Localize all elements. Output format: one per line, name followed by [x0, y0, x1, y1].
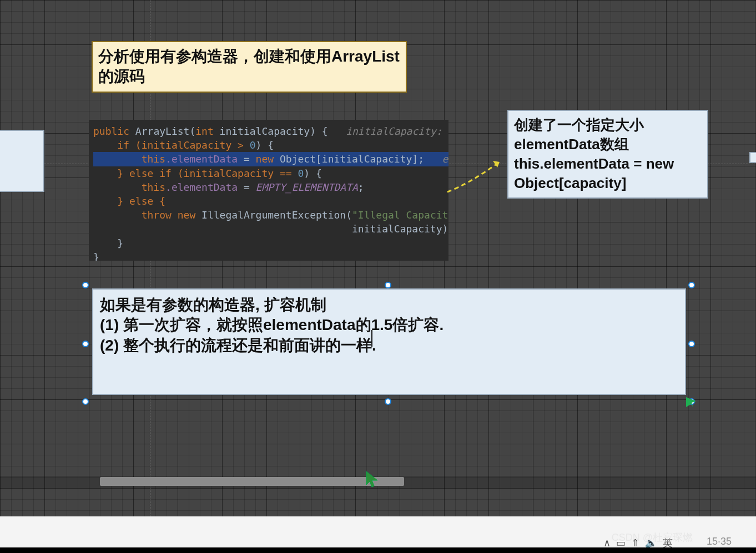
selection-handle-e[interactable] — [688, 341, 695, 347]
selection-handle-n[interactable] — [385, 282, 391, 288]
hl-obj: Object[initialCapacity]; — [274, 153, 442, 165]
code-class: ArrayList( — [129, 125, 195, 137]
notes-line2: (1) 第一次扩容，就按照elementData的1.5倍扩容. — [100, 315, 678, 335]
callout-note[interactable]: 创建了一个指定大小elementData数组 this.elementData … — [507, 110, 708, 199]
selection-handle-nw[interactable] — [82, 282, 89, 288]
code-else: } else { — [93, 195, 165, 207]
bottom-letterbox — [0, 547, 756, 553]
code-close1: } — [93, 237, 123, 249]
code-comment: initialCapacity: 8 — [346, 125, 448, 137]
code-elseif-end: ) { — [304, 168, 322, 179]
code-zero2: 0 — [298, 168, 304, 179]
text-caret — [371, 330, 372, 347]
hl-new: new — [256, 153, 274, 165]
watermark-text: CSDN @杜寂琛燃 — [612, 531, 693, 544]
code-assign2: = — [238, 181, 256, 193]
hl-this: this — [93, 153, 165, 165]
code-const: EMPTY_ELEMENTDATA — [256, 181, 358, 193]
hl-comment: elementDat — [442, 153, 448, 165]
selection-handle-sw[interactable] — [82, 398, 89, 405]
title-note[interactable]: 分析使用有参构造器，创建和使用ArrayList 的源码 — [92, 41, 407, 93]
code-elseif: } else if (initialCapacity == — [93, 168, 298, 179]
code-close2: } — [93, 251, 99, 261]
code-brace: ) { — [256, 139, 274, 151]
notes-line1: 如果是有参数的构造器, 扩容机制 — [100, 295, 678, 315]
code-this2: this — [93, 181, 165, 193]
selection-handle-ne[interactable] — [688, 282, 695, 288]
code-throw-arg: initialCapacity); — [93, 223, 448, 235]
code-if: if (initialCapacity > — [93, 139, 250, 151]
notes-box[interactable]: 如果是有参数的构造器, 扩容机制 (1) 第一次扩容，就按照elementDat… — [92, 288, 686, 395]
taskbar-clock[interactable]: 15·35 — [707, 536, 732, 547]
kw-int: int — [195, 125, 214, 137]
kw-public: public — [93, 125, 129, 137]
code-throw-cls: IllegalArgumentException( — [195, 209, 352, 221]
code-throw: throw new — [93, 209, 195, 221]
horizontal-scrollbar-thumb[interactable] — [100, 477, 404, 486]
code-screenshot: public ArrayList(int initialCapacity) { … — [89, 120, 448, 261]
offscreen-note-right[interactable] — [749, 152, 756, 163]
callout-line2: this.elementData = new Object[capacity] — [514, 154, 702, 193]
highlighted-line: this.elementData = new Object[initialCap… — [93, 152, 448, 166]
offscreen-note-left[interactable] — [0, 130, 44, 192]
notes-line3: (2) 整个执行的流程还是和前面讲的一样. — [100, 336, 678, 356]
code-field2: .elementData — [165, 181, 238, 193]
hl-field: .elementData — [165, 153, 238, 165]
code-semi: ; — [358, 181, 364, 193]
callout-line1: 创建了一个指定大小elementData数组 — [514, 115, 702, 154]
hl-assign: = — [238, 153, 256, 165]
code-param: initialCapacity) { — [214, 125, 346, 137]
code-zero: 0 — [250, 139, 256, 151]
title-text: 分析使用有参构造器，创建和使用ArrayList 的源码 — [98, 48, 400, 85]
code-throw-str: "Illegal Capacity: " — [352, 209, 448, 221]
selection-handle-s[interactable] — [385, 398, 391, 405]
selection-handle-w[interactable] — [82, 341, 89, 347]
